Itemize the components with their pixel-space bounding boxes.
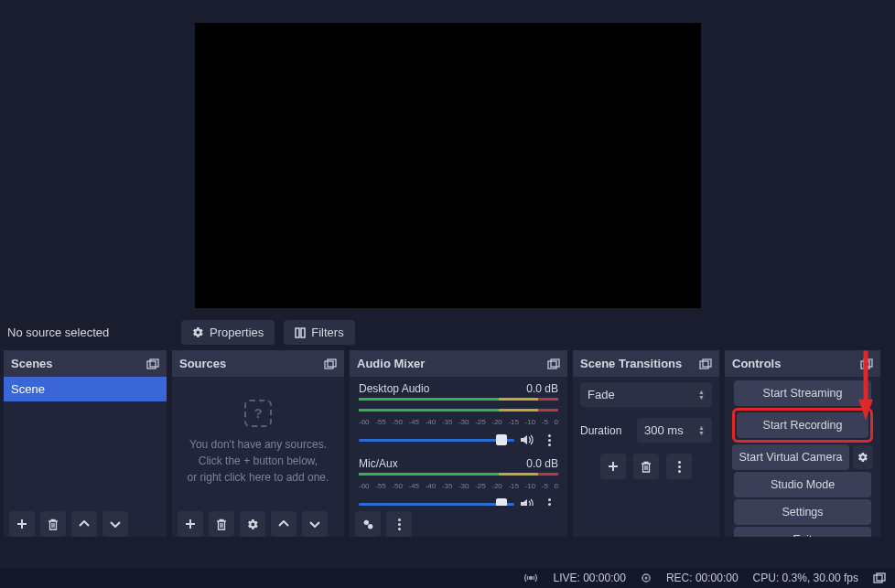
sources-empty-state[interactable]: ? You don't have any sources. Click the … <box>172 377 344 506</box>
transitions-header: Scene Transitions <box>573 350 719 377</box>
popout-icon[interactable] <box>873 572 886 583</box>
scenes-panel: Scenes Scene <box>4 350 167 537</box>
audio-meter <box>359 472 558 481</box>
preview-area <box>0 0 895 315</box>
svg-rect-1 <box>301 328 305 337</box>
mixer-advanced-button[interactable] <box>355 511 381 537</box>
svg-point-17 <box>367 523 372 528</box>
source-toolbar: No source selected Properties Filters <box>0 315 895 350</box>
source-properties-button[interactable] <box>240 511 265 537</box>
filters-label: Filters <box>311 326 343 339</box>
svg-rect-2 <box>147 361 156 369</box>
no-source-label: No source selected <box>5 326 172 339</box>
svg-rect-0 <box>296 328 299 337</box>
duration-label: Duration <box>580 424 631 437</box>
spinner-icon: ▲▼ <box>698 425 705 435</box>
svg-marker-27 <box>858 400 873 420</box>
properties-label: Properties <box>210 326 264 339</box>
svg-rect-31 <box>874 575 882 583</box>
sources-panel: Sources ? You don't have any sources. Cl… <box>172 350 344 537</box>
add-transition-button[interactable] <box>600 454 626 479</box>
sources-empty-line3: or right click here to add one. <box>188 471 329 484</box>
filters-icon <box>295 327 306 338</box>
channel-db: 0.0 dB <box>526 382 558 395</box>
move-scene-down-button[interactable] <box>102 511 128 537</box>
start-virtual-camera-button[interactable]: Start Virtual Camera <box>732 444 849 470</box>
transition-menu-button[interactable] <box>666 454 692 479</box>
channel-name: Desktop Audio <box>359 382 429 395</box>
svg-rect-14 <box>548 361 556 369</box>
studio-mode-button[interactable]: Studio Mode <box>734 472 871 497</box>
channel-menu-button[interactable] <box>540 430 558 450</box>
move-source-down-button[interactable] <box>302 511 328 537</box>
meter-ticks: -60-55-50-45-40-35-30-25-20-15-10-50 <box>359 418 558 426</box>
delete-scene-button[interactable] <box>40 511 66 537</box>
svg-rect-9 <box>328 359 336 367</box>
mixer-header: Audio Mixer <box>350 350 567 377</box>
svg-rect-15 <box>551 359 559 367</box>
status-live: LIVE: 00:00:00 <box>553 572 625 584</box>
delete-transition-button[interactable] <box>633 454 659 479</box>
svg-point-16 <box>363 519 368 524</box>
svg-rect-8 <box>325 361 333 369</box>
speaker-icon[interactable] <box>520 497 534 506</box>
audio-mixer-panel: Audio Mixer Desktop Audio 0.0 dB -60-55-… <box>350 350 567 537</box>
add-source-button[interactable] <box>178 511 203 537</box>
move-source-up-button[interactable] <box>271 511 297 537</box>
volume-slider[interactable] <box>359 439 514 442</box>
transitions-title: Scene Transitions <box>580 357 682 370</box>
sources-empty-line1: You don't have any sources. <box>189 438 327 451</box>
mixer-title: Audio Mixer <box>357 357 425 370</box>
duration-input[interactable]: 300 ms ▲▼ <box>637 418 712 443</box>
settings-button[interactable]: Settings <box>734 499 871 525</box>
status-cpu: CPU: 0.3%, 30.00 fps <box>753 572 858 584</box>
audio-meter <box>359 408 558 417</box>
volume-slider[interactable] <box>359 503 514 506</box>
popout-icon[interactable] <box>324 358 337 369</box>
scene-list-item[interactable]: Scene <box>4 377 167 401</box>
channel-name: Mic/Aux <box>359 457 398 470</box>
status-bar: LIVE: 00:00:00 REC: 00:00:00 CPU: 0.3%, … <box>0 568 895 588</box>
exit-button[interactable]: Exit <box>734 527 871 537</box>
scenes-title: Scenes <box>11 357 53 370</box>
speaker-icon[interactable] <box>520 433 534 446</box>
mixer-channel-mic: Mic/Aux 0.0 dB -60-55-50-45-40-35-30-25-… <box>350 452 567 506</box>
duration-value: 300 ms <box>644 423 684 437</box>
move-scene-up-button[interactable] <box>71 511 97 537</box>
channel-menu-button[interactable] <box>540 494 558 506</box>
highlight-annotation: Start Recording <box>732 408 873 443</box>
record-icon <box>641 572 652 583</box>
sources-title: Sources <box>179 357 226 370</box>
gear-icon <box>192 326 204 338</box>
delete-source-button[interactable] <box>209 511 234 537</box>
filters-button[interactable]: Filters <box>284 320 354 345</box>
popout-icon[interactable] <box>146 358 159 369</box>
svg-point-30 <box>644 577 647 580</box>
meter-ticks: -60-55-50-45-40-35-30-25-20-15-10-50 <box>359 482 558 490</box>
mixer-menu-button[interactable] <box>386 511 412 537</box>
popout-icon[interactable] <box>699 358 712 369</box>
transitions-panel: Scene Transitions Fade ▲▼ Duration 300 m… <box>573 350 719 537</box>
transition-select[interactable]: Fade ▲▼ <box>580 382 712 407</box>
svg-rect-32 <box>877 573 885 581</box>
status-rec: REC: 00:00:00 <box>666 572 739 584</box>
start-recording-button[interactable]: Start Recording <box>737 412 868 438</box>
popout-icon[interactable] <box>547 358 560 369</box>
sources-header: Sources <box>172 350 344 377</box>
controls-title: Controls <box>732 357 781 370</box>
add-scene-button[interactable] <box>9 511 35 537</box>
virtual-camera-settings-button[interactable] <box>853 445 873 469</box>
spinner-icon: ▲▼ <box>698 390 705 400</box>
properties-button[interactable]: Properties <box>181 320 275 345</box>
svg-rect-19 <box>703 359 711 367</box>
svg-rect-3 <box>150 359 158 367</box>
question-icon: ? <box>244 400 272 427</box>
svg-point-28 <box>530 577 533 580</box>
preview-canvas[interactable] <box>195 23 701 308</box>
mixer-channel-desktop: Desktop Audio 0.0 dB -60-55-50-45-40-35-… <box>350 377 567 452</box>
transition-selected: Fade <box>588 388 615 401</box>
mixer-body: Desktop Audio 0.0 dB -60-55-50-45-40-35-… <box>350 377 567 506</box>
audio-meter <box>359 397 558 406</box>
start-streaming-button[interactable]: Start Streaming <box>734 380 871 406</box>
scenes-header: Scenes <box>4 350 167 377</box>
